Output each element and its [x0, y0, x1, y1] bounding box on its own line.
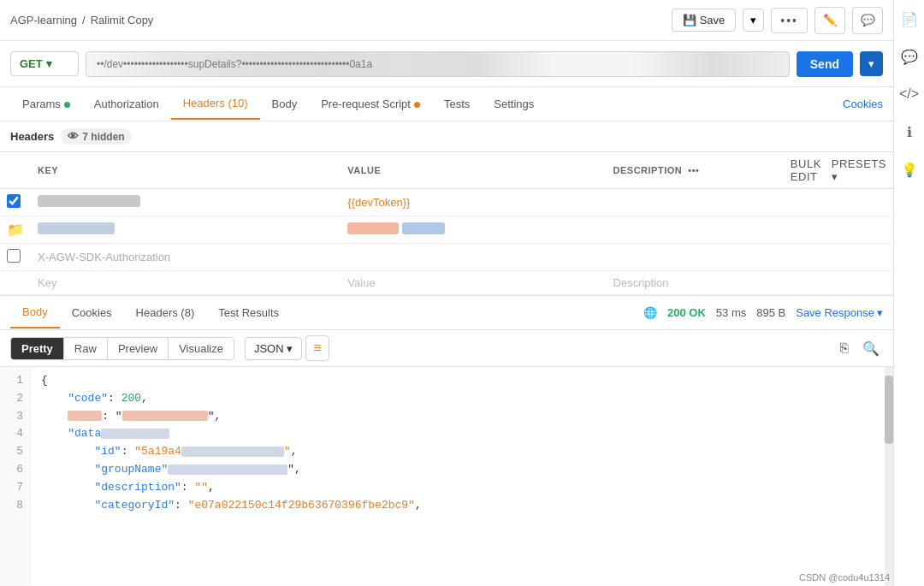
row1-checkbox[interactable] [7, 194, 21, 208]
row2-value[interactable] [341, 216, 606, 244]
row3-value[interactable] [341, 244, 606, 271]
fmt-preview-button[interactable]: Preview [108, 338, 169, 359]
col-description: DESCRIPTION ••• [607, 152, 784, 189]
resp-tab-test-results[interactable]: Test Results [206, 298, 291, 328]
watermark: CSDN @codu4u1314 [799, 572, 890, 583]
hidden-badge[interactable]: 👁 7 hidden [61, 128, 131, 145]
tab-body[interactable]: Body [260, 89, 310, 119]
table-row: 📁 [0, 216, 893, 244]
folder-icon: 📁 [7, 222, 24, 237]
cookies-link[interactable]: Cookies [843, 98, 883, 110]
code-icon[interactable]: </> [897, 82, 921, 106]
row3-checkbox[interactable] [7, 249, 21, 263]
top-bar: AGP-learning / Ralimit Copy 💾 Save ▾ •••… [0, 0, 893, 41]
table-row: X-AGW-SDK-Authorization [0, 244, 893, 271]
hidden-count: 7 hidden [82, 131, 124, 143]
placeholder-key[interactable]: Key [31, 271, 341, 295]
code-line-6: "groupName"", [41, 461, 883, 479]
row1-actions [784, 189, 893, 216]
code-line-4: "data [41, 425, 883, 443]
row1-value[interactable]: {{devToken}} [341, 189, 606, 216]
code-line-8: "categoryId": "e07a022150c14f29b63670396… [41, 497, 883, 515]
method-chevron: ▾ [46, 57, 52, 70]
code-line-5: "id": "5a19a4", [41, 443, 883, 461]
tab-authorization[interactable]: Authorization [82, 89, 171, 119]
table-row-placeholder: Key Value Description [0, 271, 893, 295]
scrollbar[interactable] [885, 367, 893, 586]
placeholder-actions [784, 271, 893, 295]
eye-icon: 👁 [68, 130, 79, 143]
send-button[interactable]: Send [797, 51, 853, 77]
fmt-raw-button[interactable]: Raw [64, 338, 108, 359]
save-response-button[interactable]: Save Response ▾ [796, 306, 883, 319]
row2-key[interactable] [31, 216, 341, 244]
document-icon[interactable]: 📄 [897, 7, 921, 31]
response-tabs: Body Cookies Headers (8) Test Results 🌐 … [0, 296, 893, 330]
breadcrumb-separator: / [82, 14, 86, 27]
fmt-pretty-button[interactable]: Pretty [11, 338, 64, 359]
row1-desc [607, 189, 784, 216]
resp-tab-body[interactable]: Body [10, 297, 60, 329]
info-icon[interactable]: ℹ [897, 120, 921, 144]
code-line-2: "code": 200, [41, 390, 883, 408]
row3-key[interactable]: X-AGW-SDK-Authorization [31, 244, 341, 271]
code-content: { "code": 200, : "", "data "id": "5a19a4… [31, 367, 893, 586]
right-sidebar: 📄 💬 </> ℹ 💡 [893, 0, 924, 586]
response-status: 200 OK [667, 306, 706, 319]
save-icon: 💾 [683, 14, 696, 27]
breadcrumb-project[interactable]: AGP-learning [10, 14, 77, 27]
code-line-7: "description": "", [41, 479, 883, 497]
search-button[interactable]: 🔍 [859, 337, 883, 360]
line-numbers: 1 2 3 4 5 6 7 8 [0, 367, 31, 586]
resp-tab-cookies[interactable]: Cookies [60, 298, 124, 328]
response-time: 53 ms [716, 306, 746, 319]
headers-section: Headers 👁 7 hidden [0, 121, 893, 152]
save-dropdown-button[interactable]: ▾ [743, 9, 764, 32]
tab-pre-request[interactable]: Pre-request Script [309, 89, 432, 119]
bulk-edit-button[interactable]: Bulk Edit [791, 157, 821, 183]
code-line-3: : "", [41, 408, 883, 426]
scrollbar-thumb[interactable] [885, 376, 893, 444]
col-actions: Bulk Edit Presets ▾ [784, 152, 893, 189]
placeholder-desc[interactable]: Description [607, 271, 784, 295]
row3-desc [607, 244, 784, 271]
format-group: Pretty Raw Preview Visualize [10, 337, 234, 360]
row2-actions [784, 216, 893, 244]
tab-headers[interactable]: Headers (10) [171, 88, 260, 120]
send-dropdown-button[interactable]: ▾ [860, 51, 883, 76]
tab-tests[interactable]: Tests [432, 89, 482, 119]
url-bar: GET ▾ Send ▾ [0, 41, 893, 87]
chat-icon-button[interactable]: 💬 [852, 7, 883, 34]
bulb-icon[interactable]: 💡 [897, 157, 921, 181]
method-label: GET [20, 57, 43, 70]
comment-icon[interactable]: 💬 [897, 44, 921, 68]
headers-table-container: KEY VALUE DESCRIPTION ••• Bulk Edit Pres… [0, 152, 893, 296]
table-row: {{devToken}} [0, 189, 893, 216]
placeholder-value[interactable]: Value [341, 271, 606, 295]
edit-icon-button[interactable]: ✏️ [814, 7, 845, 34]
headers-label-text: Headers [10, 130, 54, 143]
more-button[interactable]: ••• [771, 8, 808, 33]
save-button[interactable]: 💾 Save [672, 9, 737, 32]
breadcrumb-name[interactable]: Ralimit Copy [91, 14, 154, 27]
method-select[interactable]: GET ▾ [10, 51, 79, 76]
wrap-button[interactable]: ≡ [305, 335, 329, 361]
presets-button[interactable]: Presets ▾ [832, 157, 886, 183]
code-line-1: { [41, 372, 883, 390]
fmt-visualize-button[interactable]: Visualize [169, 338, 234, 359]
json-type-select[interactable]: JSON ▾ [245, 337, 302, 360]
copy-button[interactable]: ⎘ [837, 337, 852, 360]
row1-key[interactable] [31, 189, 341, 216]
globe-icon: 🌐 [643, 306, 657, 319]
col-key: KEY [31, 152, 341, 189]
code-area: 1 2 3 4 5 6 7 8 { "code": 200, : "", "da… [0, 367, 893, 586]
row2-desc [607, 216, 784, 244]
col-value: VALUE [341, 152, 606, 189]
tab-params[interactable]: Params [10, 89, 82, 119]
request-tabs: Params Authorization Headers (10) Body P… [0, 87, 893, 121]
url-input[interactable] [86, 51, 790, 77]
format-bar: Pretty Raw Preview Visualize JSON ▾ ≡ ⎘ … [0, 330, 893, 367]
tab-settings[interactable]: Settings [482, 89, 546, 119]
resp-tab-headers[interactable]: Headers (8) [124, 298, 207, 328]
row3-actions [784, 244, 893, 271]
